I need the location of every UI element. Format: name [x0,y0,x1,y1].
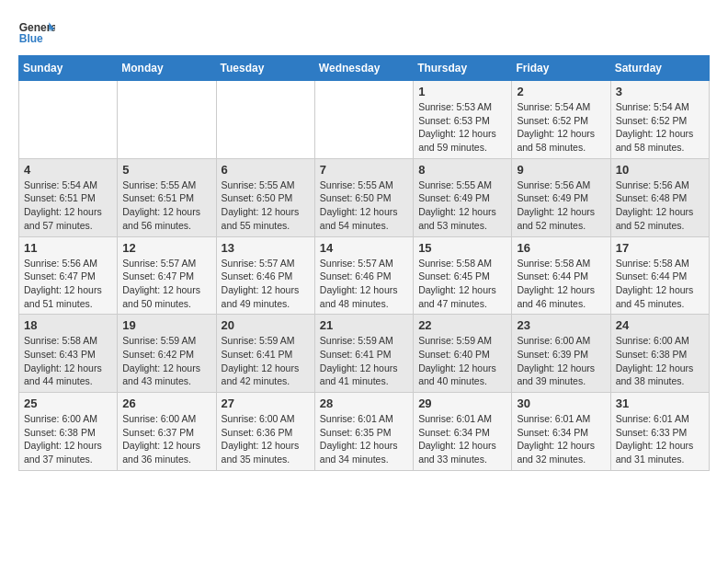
calendar-cell: 21Sunrise: 5:59 AMSunset: 6:41 PMDayligh… [314,315,413,393]
week-row: 18Sunrise: 5:58 AMSunset: 6:43 PMDayligh… [19,315,710,393]
calendar-cell [19,81,118,159]
calendar-cell: 23Sunrise: 6:00 AMSunset: 6:39 PMDayligh… [512,315,610,393]
day-number: 3 [616,85,704,98]
day-number: 28 [320,396,408,410]
day-number: 11 [24,241,112,255]
day-number: 12 [122,241,210,255]
calendar-table: SundayMondayTuesdayWednesdayThursdayFrid… [18,55,710,471]
day-number: 22 [418,318,506,332]
day-info: Sunrise: 5:58 AMSunset: 6:45 PMDaylight:… [418,257,506,311]
day-number: 16 [517,241,605,255]
calendar-cell: 2Sunrise: 5:54 AMSunset: 6:52 PMDaylight… [512,81,610,159]
weekday-header: Saturday [610,56,709,81]
calendar-cell: 10Sunrise: 5:56 AMSunset: 6:48 PMDayligh… [610,158,709,236]
day-number: 23 [517,318,605,332]
calendar-cell: 24Sunrise: 6:00 AMSunset: 6:38 PMDayligh… [610,315,709,393]
day-info: Sunrise: 5:58 AMSunset: 6:44 PMDaylight:… [517,257,605,311]
day-info: Sunrise: 5:55 AMSunset: 6:51 PMDaylight:… [122,178,210,233]
weekday-row: SundayMondayTuesdayWednesdayThursdayFrid… [19,56,710,81]
day-number: 2 [517,85,605,98]
day-info: Sunrise: 5:58 AMSunset: 6:44 PMDaylight:… [616,257,704,311]
day-number: 20 [222,318,310,332]
calendar-cell: 19Sunrise: 5:59 AMSunset: 6:42 PMDayligh… [118,315,216,393]
calendar-cell: 26Sunrise: 6:00 AMSunset: 6:37 PMDayligh… [118,393,216,471]
page-header: General Blue [18,18,710,46]
calendar-header: SundayMondayTuesdayWednesdayThursdayFrid… [19,56,710,81]
day-number: 6 [222,163,310,177]
calendar-cell: 12Sunrise: 5:57 AMSunset: 6:47 PMDayligh… [118,236,216,315]
calendar-cell: 1Sunrise: 5:53 AMSunset: 6:53 PMDaylight… [414,81,512,159]
day-number: 7 [320,163,408,177]
day-number: 10 [616,163,704,177]
calendar-cell: 28Sunrise: 6:01 AMSunset: 6:35 PMDayligh… [314,393,413,471]
calendar-cell [118,81,216,159]
calendar-cell: 15Sunrise: 5:58 AMSunset: 6:45 PMDayligh… [414,236,512,315]
day-info: Sunrise: 5:59 AMSunset: 6:41 PMDaylight:… [320,334,408,388]
day-info: Sunrise: 5:57 AMSunset: 6:46 PMDaylight:… [222,257,310,311]
day-info: Sunrise: 5:56 AMSunset: 6:49 PMDaylight:… [517,178,605,233]
day-info: Sunrise: 5:59 AMSunset: 6:41 PMDaylight:… [222,334,310,388]
day-info: Sunrise: 6:00 AMSunset: 6:38 PMDaylight:… [616,334,704,388]
calendar-cell: 7Sunrise: 5:55 AMSunset: 6:50 PMDaylight… [314,158,413,236]
week-row: 1Sunrise: 5:53 AMSunset: 6:53 PMDaylight… [19,81,710,159]
day-number: 31 [616,396,704,410]
calendar-cell: 14Sunrise: 5:57 AMSunset: 6:46 PMDayligh… [314,236,413,315]
week-row: 25Sunrise: 6:00 AMSunset: 6:38 PMDayligh… [19,393,710,471]
calendar-cell: 17Sunrise: 5:58 AMSunset: 6:44 PMDayligh… [610,236,709,315]
day-number: 18 [24,318,112,332]
calendar-cell: 29Sunrise: 6:01 AMSunset: 6:34 PMDayligh… [414,393,512,471]
day-info: Sunrise: 5:59 AMSunset: 6:42 PMDaylight:… [122,334,210,388]
calendar-cell: 16Sunrise: 5:58 AMSunset: 6:44 PMDayligh… [512,236,610,315]
day-info: Sunrise: 5:56 AMSunset: 6:48 PMDaylight:… [616,178,704,233]
day-number: 13 [222,241,310,255]
day-number: 19 [122,318,210,332]
week-row: 4Sunrise: 5:54 AMSunset: 6:51 PMDaylight… [19,158,710,236]
calendar-cell: 31Sunrise: 6:01 AMSunset: 6:33 PMDayligh… [610,393,709,471]
day-number: 9 [517,163,605,177]
day-info: Sunrise: 5:56 AMSunset: 6:47 PMDaylight:… [24,257,112,311]
day-number: 5 [122,163,210,177]
day-info: Sunrise: 5:54 AMSunset: 6:51 PMDaylight:… [24,178,112,233]
calendar-cell: 6Sunrise: 5:55 AMSunset: 6:50 PMDaylight… [216,158,314,236]
day-number: 25 [24,396,112,410]
calendar-cell: 11Sunrise: 5:56 AMSunset: 6:47 PMDayligh… [19,236,118,315]
day-number: 26 [122,396,210,410]
logo: General Blue [18,18,55,46]
calendar-cell: 9Sunrise: 5:56 AMSunset: 6:49 PMDaylight… [512,158,610,236]
weekday-header: Friday [512,56,610,81]
weekday-header: Tuesday [216,56,314,81]
weekday-header: Monday [118,56,216,81]
day-number: 24 [616,318,704,332]
calendar-cell: 20Sunrise: 5:59 AMSunset: 6:41 PMDayligh… [216,315,314,393]
day-number: 29 [418,396,506,410]
day-info: Sunrise: 6:00 AMSunset: 6:39 PMDaylight:… [517,334,605,388]
day-info: Sunrise: 6:00 AMSunset: 6:37 PMDaylight:… [122,412,210,466]
day-info: Sunrise: 5:53 AMSunset: 6:53 PMDaylight:… [418,100,506,155]
weekday-header: Sunday [19,56,118,81]
day-info: Sunrise: 5:55 AMSunset: 6:50 PMDaylight:… [222,178,310,233]
weekday-header: Wednesday [314,56,413,81]
calendar-cell: 18Sunrise: 5:58 AMSunset: 6:43 PMDayligh… [19,315,118,393]
calendar-body: 1Sunrise: 5:53 AMSunset: 6:53 PMDaylight… [19,81,710,471]
day-number: 27 [222,396,310,410]
day-info: Sunrise: 5:57 AMSunset: 6:46 PMDaylight:… [320,257,408,311]
day-info: Sunrise: 6:01 AMSunset: 6:34 PMDaylight:… [517,412,605,466]
day-number: 14 [320,241,408,255]
day-info: Sunrise: 5:54 AMSunset: 6:52 PMDaylight:… [616,100,704,155]
day-number: 17 [616,241,704,255]
day-number: 15 [418,241,506,255]
day-info: Sunrise: 6:01 AMSunset: 6:35 PMDaylight:… [320,412,408,466]
weekday-header: Thursday [414,56,512,81]
svg-text:Blue: Blue [19,32,43,45]
calendar-cell: 27Sunrise: 6:00 AMSunset: 6:36 PMDayligh… [216,393,314,471]
calendar-cell: 8Sunrise: 5:55 AMSunset: 6:49 PMDaylight… [414,158,512,236]
day-info: Sunrise: 5:55 AMSunset: 6:49 PMDaylight:… [418,178,506,233]
day-info: Sunrise: 6:01 AMSunset: 6:33 PMDaylight:… [616,412,704,466]
day-number: 4 [24,163,112,177]
day-info: Sunrise: 6:00 AMSunset: 6:38 PMDaylight:… [24,412,112,466]
calendar-cell: 3Sunrise: 5:54 AMSunset: 6:52 PMDaylight… [610,81,709,159]
day-info: Sunrise: 5:54 AMSunset: 6:52 PMDaylight:… [517,100,605,155]
day-info: Sunrise: 6:01 AMSunset: 6:34 PMDaylight:… [418,412,506,466]
calendar-cell: 30Sunrise: 6:01 AMSunset: 6:34 PMDayligh… [512,393,610,471]
day-number: 21 [320,318,408,332]
